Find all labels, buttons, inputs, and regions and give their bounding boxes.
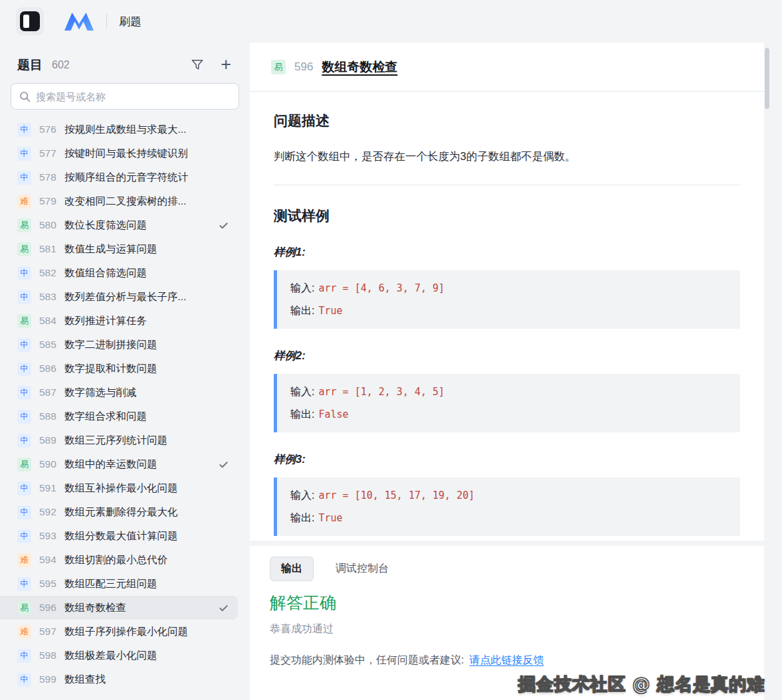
- problem-list-item[interactable]: 中 586 数字提取和计数问题: [0, 357, 238, 381]
- sample-code-block: 输入:arr = [10, 15, 17, 19, 20] 输出:True: [274, 478, 740, 536]
- problem-list-item[interactable]: 中 595 数组匹配三元组问题: [0, 572, 238, 596]
- problem-number: 576: [39, 124, 56, 135]
- problem-list-item[interactable]: 中 593 数组分数最大值计算问题: [0, 524, 238, 548]
- problem-list-item[interactable]: 中 577 按键时间与最长持续键识别: [0, 141, 238, 165]
- app-logo[interactable]: [64, 11, 94, 31]
- samples-list: 样例1: 输入:arr = [4, 6, 3, 7, 9] 输出:True 样例…: [274, 245, 740, 536]
- problem-name: 数字提取和计数问题: [64, 362, 213, 376]
- problem-list-item[interactable]: 中 588 数字组合求和问题: [0, 404, 238, 428]
- feedback-row: 提交功能内测体验中，任何问题或者建议: 请点此链接反馈: [270, 654, 744, 667]
- problem-number: 577: [39, 147, 56, 159]
- problem-list-item[interactable]: 中 599 数组查找: [0, 667, 238, 691]
- difficulty-badge: 中: [17, 410, 31, 424]
- problem-name: 按规则生成数组与求最大...: [64, 123, 213, 137]
- filter-button[interactable]: [191, 59, 203, 70]
- input-label: 输入:: [290, 489, 314, 501]
- page-title: 数组奇数检查: [322, 58, 397, 76]
- difficulty-badge: 中: [17, 434, 31, 448]
- description-text: 判断这个数组中，是否存在一个长度为3的子数组都不是偶数。: [274, 147, 740, 165]
- result-subtext: 恭喜成功通过: [270, 622, 744, 636]
- problem-name: 数值生成与运算问题: [64, 242, 213, 256]
- feedback-link[interactable]: 请点此链接反馈: [469, 654, 543, 667]
- problem-list-item[interactable]: 难 597 数组子序列操作最小化问题: [0, 620, 238, 644]
- difficulty-badge: 易: [271, 60, 286, 74]
- problem-list-item[interactable]: 中 587 数字筛选与削减: [0, 381, 238, 404]
- search-input[interactable]: [36, 91, 231, 102]
- app-title: 刷题: [119, 14, 142, 29]
- problem-name: 数值组合筛选问题: [64, 266, 213, 280]
- add-button[interactable]: +: [221, 56, 231, 74]
- problem-list-item[interactable]: 中 589 数组三元序列统计问题: [0, 428, 238, 452]
- problem-list-item[interactable]: 中 583 数列差值分析与最长子序...: [0, 285, 238, 309]
- difficulty-badge: 中: [17, 386, 31, 400]
- problem-name: 数组中的幸运数问题: [64, 458, 213, 472]
- output-line: 输出:True: [290, 507, 727, 529]
- problem-list-item[interactable]: 中 582 数值组合筛选问题: [0, 261, 238, 285]
- difficulty-badge: 易: [17, 458, 31, 472]
- sample-label: 样例2:: [274, 349, 740, 363]
- problem-list-item[interactable]: 中 576 按规则生成数组与求最大...: [0, 118, 238, 141]
- problem-name: 数字组合求和问题: [64, 410, 213, 424]
- problem-list-item[interactable]: 难 594 数组切割的最小总代价: [0, 548, 238, 572]
- problem-name: 数字筛选与削减: [64, 386, 213, 400]
- output-line: 输出:False: [290, 403, 727, 426]
- problem-number: 596: [39, 602, 56, 614]
- output-label: 输出:: [290, 305, 314, 316]
- problem-list-item[interactable]: 中 591 数组互补操作最小化问题: [0, 476, 238, 500]
- difficulty-badge: 中: [17, 673, 31, 687]
- problem-number: 586: [39, 363, 56, 375]
- difficulty-badge: 中: [17, 123, 31, 137]
- sample-label: 样例1:: [274, 245, 740, 260]
- problem-number: 582: [39, 267, 56, 279]
- scrollbar-thumb[interactable]: [765, 48, 769, 109]
- check-icon: [219, 460, 229, 470]
- problem-list-item[interactable]: 易 580 数位长度筛选问题: [0, 213, 238, 237]
- problem-list-item[interactable]: 易 596 数组奇数检查: [0, 596, 238, 620]
- difficulty-badge: 难: [17, 625, 31, 639]
- problem-number: 596: [294, 60, 313, 74]
- problem-panel: 易 596 数组奇数检查 问题描述 判断这个数组中，是否存在一个长度为3的子数组…: [250, 43, 764, 541]
- problem-name: 数位长度筛选问题: [64, 219, 213, 232]
- problem-number: 580: [39, 219, 56, 231]
- input-line: 输入:arr = [10, 15, 17, 19, 20]: [290, 484, 727, 507]
- output-value: False: [318, 408, 348, 420]
- sample-block: 样例2: 输入:arr = [1, 2, 3, 4, 5] 输出:False: [274, 349, 740, 432]
- output-tab[interactable]: 调试控制台: [324, 557, 400, 581]
- problem-name: 数组匹配三元组问题: [64, 577, 213, 591]
- problems-heading: 题目: [17, 56, 43, 74]
- difficulty-badge: 易: [17, 601, 31, 615]
- problem-body: 问题描述 判断这个数组中，是否存在一个长度为3的子数组都不是偶数。 测试样例 样…: [250, 92, 764, 536]
- output-value: True: [318, 305, 342, 317]
- problem-number: 585: [39, 339, 56, 351]
- problem-list-item[interactable]: 易 590 数组中的幸运数问题: [0, 452, 238, 476]
- difficulty-badge: 中: [17, 171, 31, 185]
- problem-list-item[interactable]: 易 584 数列推进计算任务: [0, 309, 238, 333]
- input-value: arr = [4, 6, 3, 7, 9]: [318, 282, 444, 294]
- problem-list-item[interactable]: 中 592 数组元素删除得分最大化: [0, 500, 238, 524]
- sidebar-toggle-button[interactable]: [16, 7, 44, 35]
- topbar: 刷题: [0, 0, 782, 43]
- input-line: 输入:arr = [4, 6, 3, 7, 9]: [290, 277, 727, 300]
- problem-list-item[interactable]: 中 585 数字二进制拼接问题: [0, 333, 238, 357]
- difficulty-badge: 中: [17, 338, 31, 352]
- difficulty-badge: 中: [17, 266, 31, 280]
- problem-number: 598: [39, 650, 56, 661]
- sample-label: 样例3:: [274, 452, 740, 467]
- sidebar: 题目 602 + 中 576 按规则生成数组与求最大...: [0, 43, 250, 700]
- difficulty-badge: 中: [17, 577, 31, 591]
- problem-number: 590: [39, 458, 56, 470]
- output-value: True: [318, 512, 342, 524]
- section-divider: [274, 185, 740, 185]
- difficulty-badge: 易: [17, 314, 31, 328]
- problem-name: 按顺序组合的元音字符统计: [64, 171, 213, 185]
- output-tab[interactable]: 输出: [270, 557, 314, 581]
- problem-list-item[interactable]: 难 579 改变相同二叉搜索树的排...: [0, 189, 238, 213]
- problem-list-item[interactable]: 中 598 数组极差最小化问题: [0, 644, 238, 667]
- problem-name: 数列差值分析与最长子序...: [64, 290, 213, 304]
- sample-code-block: 输入:arr = [4, 6, 3, 7, 9] 输出:True: [274, 270, 740, 329]
- problem-list-item[interactable]: 易 581 数值生成与运算问题: [0, 237, 238, 261]
- difficulty-badge: 中: [17, 147, 31, 161]
- watermark: 掘金技术社区 @ 想名是真的难: [518, 673, 765, 696]
- sample-block: 样例1: 输入:arr = [4, 6, 3, 7, 9] 输出:True: [274, 245, 740, 329]
- problem-list-item[interactable]: 中 578 按顺序组合的元音字符统计: [0, 165, 238, 189]
